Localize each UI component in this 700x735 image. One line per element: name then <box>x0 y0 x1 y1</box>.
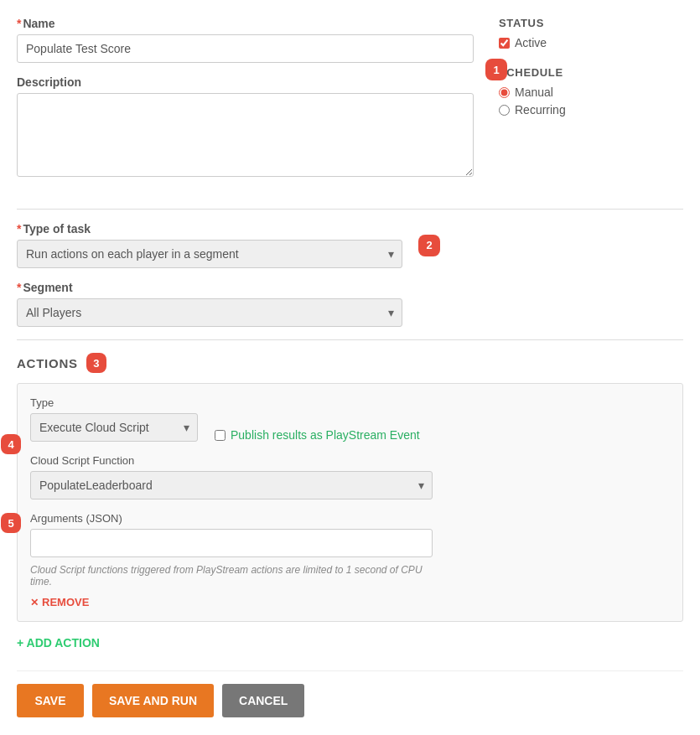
add-action-button[interactable]: + ADD ACTION <box>17 632 100 654</box>
arguments-label: Arguments (JSON) <box>30 512 670 525</box>
task-type-select-wrapper: Run actions on each player in a segment … <box>17 240 402 268</box>
footer-buttons: SAVE SAVE AND RUN CANCEL <box>17 670 683 717</box>
action-type-select-wrapper: Execute Cloud Script 4 <box>30 413 198 442</box>
badge-2: 2 <box>418 235 440 256</box>
badge-4: 4 <box>1 434 21 454</box>
remove-row: ✕ REMOVE <box>30 596 670 608</box>
cloud-function-select[interactable]: PopulateLeaderboard <box>30 471 433 499</box>
recurring-label: Recurring <box>515 103 566 116</box>
cloud-function-select-wrapper: PopulateLeaderboard 5 <box>30 471 433 499</box>
badge-1: 1 <box>485 59 507 80</box>
remove-button[interactable]: ✕ REMOVE <box>30 596 89 608</box>
action-type-label: Type <box>30 396 198 409</box>
manual-radio-row: Manual <box>499 85 683 99</box>
name-label-text: Name <box>23 17 54 30</box>
cloud-script-section: Cloud Script Function PopulateLeaderboar… <box>30 454 670 608</box>
save-button[interactable]: SAVE <box>17 684 84 717</box>
actions-box: Type Execute Cloud Script 4 Publish resu… <box>17 383 683 622</box>
actions-title: ACTIONS <box>17 356 78 370</box>
add-action-label: + ADD ACTION <box>17 636 100 650</box>
arguments-input[interactable] <box>30 529 433 557</box>
publish-checkbox-row: Publish results as PlayStream Event <box>215 428 420 442</box>
action-type-select[interactable]: Execute Cloud Script <box>30 413 198 442</box>
segment-label-text: Segment <box>23 281 72 294</box>
name-input[interactable] <box>17 34 474 63</box>
task-type-label-text: Type of task <box>23 222 91 236</box>
task-type-label: *Type of task <box>17 222 402 236</box>
remove-x-icon: ✕ <box>30 597 39 608</box>
actions-header: ACTIONS 3 <box>17 353 683 373</box>
segment-star: * <box>17 281 21 294</box>
divider-2 <box>17 339 683 340</box>
cloud-script-label: Cloud Script Function <box>30 454 670 467</box>
publish-checkbox[interactable] <box>215 430 226 441</box>
remove-label: REMOVE <box>42 596 89 608</box>
action-type-row: Type Execute Cloud Script 4 Publish resu… <box>30 396 670 442</box>
manual-radio[interactable] <box>499 87 510 98</box>
recurring-radio-row: Recurring <box>499 103 683 116</box>
cancel-button[interactable]: CANCEL <box>222 684 304 717</box>
status-section: STATUS Active <box>499 17 683 49</box>
active-label: Active <box>515 36 547 49</box>
description-label: Description <box>17 75 474 89</box>
segment-select[interactable]: All Players <box>17 298 402 327</box>
save-run-button[interactable]: SAVE AND RUN <box>92 684 214 717</box>
description-textarea[interactable] <box>17 93 474 177</box>
task-type-select[interactable]: Run actions on each player in a segment … <box>17 240 402 268</box>
segment-label: *Segment <box>17 281 402 294</box>
status-label: STATUS <box>499 17 683 29</box>
name-field-group: *Name 1 <box>17 17 474 63</box>
segment-field-group: *Segment All Players <box>17 281 402 327</box>
publish-label: Publish results as PlayStream Event <box>231 428 420 442</box>
active-checkbox-row: Active <box>499 36 683 49</box>
active-checkbox[interactable] <box>499 38 510 49</box>
form-container: *Name 1 Description STATUS Active <box>17 17 683 717</box>
recurring-radio[interactable] <box>499 105 510 116</box>
name-label: *Name <box>17 17 474 30</box>
description-field-group: Description <box>17 75 474 179</box>
task-type-star: * <box>17 222 21 236</box>
name-required-star: * <box>17 17 21 30</box>
badge-3: 3 <box>86 353 106 373</box>
divider-1 <box>17 209 683 210</box>
task-type-field-group: *Type of task Run actions on each player… <box>17 222 402 268</box>
arguments-section: Arguments (JSON) Cloud Script functions … <box>30 512 670 587</box>
cpu-note: Cloud Script functions triggered from Pl… <box>30 564 433 587</box>
segment-select-wrapper: All Players <box>17 298 402 327</box>
manual-label: Manual <box>515 85 553 99</box>
badge-5: 5 <box>1 513 21 533</box>
schedule-section: SCHEDULE Manual Recurring <box>499 66 683 116</box>
schedule-label: SCHEDULE <box>499 66 683 79</box>
